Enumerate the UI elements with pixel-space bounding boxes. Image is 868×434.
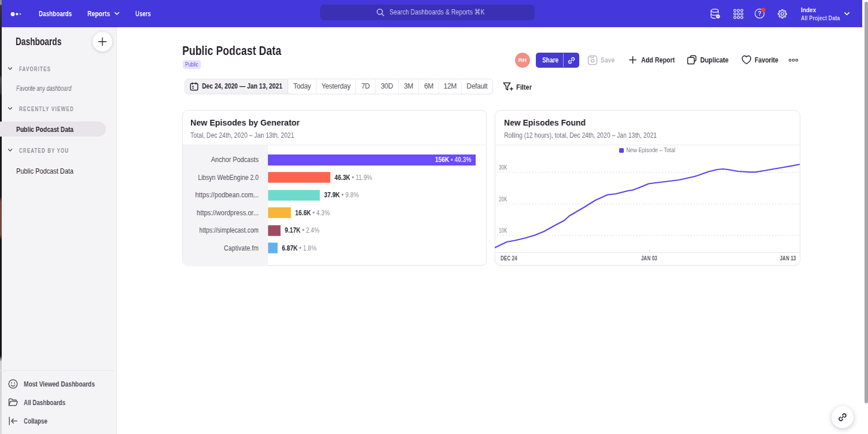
svg-text:?: ? bbox=[757, 10, 761, 17]
